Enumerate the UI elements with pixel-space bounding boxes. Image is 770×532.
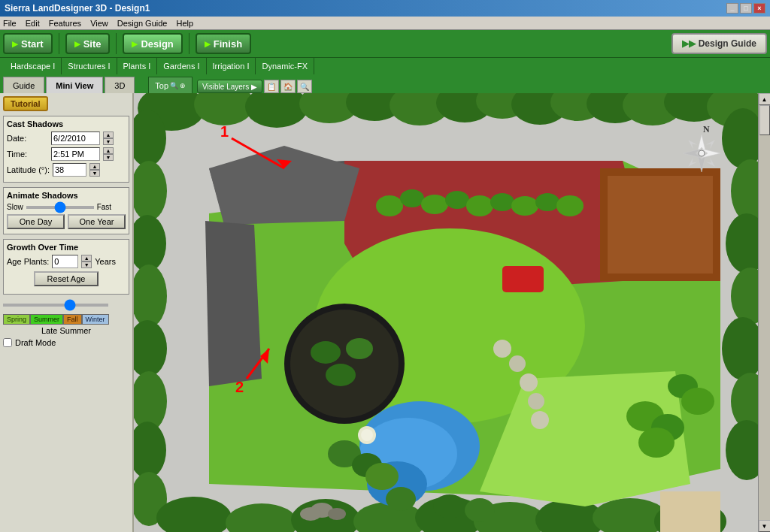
- time-spin-down[interactable]: ▼: [103, 154, 114, 161]
- visible-layers-button[interactable]: Visible Layers ▶: [197, 80, 262, 93]
- menu-features[interactable]: Features: [49, 19, 81, 28]
- scroll-down-button[interactable]: ▼: [759, 520, 771, 532]
- tab-3d[interactable]: 3D: [105, 77, 135, 93]
- menu-view[interactable]: View: [90, 19, 108, 28]
- site-play-icon: ▶: [74, 40, 80, 48]
- svg-text:2: 2: [235, 379, 244, 395]
- svg-point-50: [346, 338, 373, 359]
- date-label: Date:: [7, 134, 48, 143]
- latitude-label: Latitude (°):: [7, 165, 50, 174]
- age-spinner[interactable]: ▲ ▼: [81, 255, 92, 268]
- time-spinner[interactable]: ▲ ▼: [103, 147, 114, 161]
- toolbar-gardens[interactable]: Gardens I: [157, 58, 206, 74]
- age-spin-up[interactable]: ▲: [81, 255, 92, 261]
- season-fall[interactable]: Fall: [63, 314, 82, 325]
- svg-rect-61: [502, 266, 544, 292]
- maximize-button[interactable]: □: [740, 3, 752, 14]
- design-guide-button[interactable]: ▶▶ Design Guide: [671, 33, 767, 54]
- season-slider[interactable]: [3, 304, 108, 307]
- svg-point-58: [520, 373, 538, 391]
- shadow-speed-slider[interactable]: [26, 206, 94, 209]
- season-winter[interactable]: Winter: [82, 314, 109, 325]
- view-icon-2[interactable]: 🏠: [280, 80, 296, 93]
- svg-point-70: [556, 195, 584, 216]
- toolbar-irrigation[interactable]: Irrigation I: [207, 58, 256, 74]
- date-input[interactable]: [51, 131, 100, 145]
- minimize-button[interactable]: _: [726, 3, 738, 14]
- current-season-label: Late Summer: [3, 326, 129, 335]
- finish-button[interactable]: ▶ Finish: [196, 33, 251, 54]
- time-spin-up[interactable]: ▲: [103, 147, 114, 154]
- growth-title: Growth Over Time: [7, 243, 126, 252]
- shadow-speed-row: Slow Fast: [7, 203, 126, 211]
- date-spin-up[interactable]: ▲: [103, 131, 114, 138]
- tutorial-button[interactable]: Tutorial: [3, 96, 48, 111]
- svg-point-73: [365, 463, 399, 490]
- svg-point-65: [445, 191, 469, 209]
- years-label: Years: [95, 257, 116, 266]
- animate-buttons-row: One Day One Year: [7, 214, 126, 229]
- left-panel: Tutorial Cast Shadows Date: ▲ ▼ Time: ▲ …: [0, 93, 134, 532]
- menu-file[interactable]: File: [3, 19, 17, 28]
- slow-label: Slow: [7, 203, 23, 211]
- toolbar-hardscape[interactable]: Hardscape I: [5, 58, 62, 74]
- draft-mode-checkbox[interactable]: [3, 338, 12, 347]
- svg-rect-97: [660, 491, 720, 532]
- window-controls[interactable]: _ □ ×: [726, 3, 765, 14]
- close-button[interactable]: ×: [753, 3, 765, 14]
- season-spring[interactable]: Spring: [3, 314, 30, 325]
- latitude-spin-down[interactable]: ▼: [89, 170, 100, 177]
- start-play-icon: ▶: [12, 40, 18, 48]
- latitude-spinner[interactable]: ▲ ▼: [89, 163, 100, 177]
- garden-canvas[interactable]: N 1 2: [134, 93, 758, 532]
- svg-point-48: [290, 310, 399, 418]
- menu-bar: File Edit Features View Design Guide Hel…: [0, 17, 770, 30]
- reset-age-button[interactable]: Reset Age: [34, 271, 99, 286]
- site-button[interactable]: ▶ Site: [65, 33, 111, 54]
- latitude-input[interactable]: [53, 163, 86, 177]
- view-tabs-bar: Guide Mini View 3D Top 🔍 ⊕ Visible Layer…: [0, 74, 770, 93]
- svg-point-63: [400, 189, 424, 207]
- view-icon-1[interactable]: 📋: [264, 80, 279, 93]
- age-plants-input[interactable]: [52, 255, 78, 268]
- age-spin-down[interactable]: ▼: [81, 261, 92, 268]
- time-input[interactable]: [51, 147, 100, 161]
- vertical-scrollbar[interactable]: ▲ ▼: [758, 93, 770, 532]
- start-button[interactable]: ▶ Start: [3, 33, 53, 54]
- menu-edit[interactable]: Edit: [26, 19, 40, 28]
- cast-shadows-title: Cast Shadows: [7, 119, 126, 128]
- finish-label: Finish: [214, 38, 242, 50]
- scroll-up-button[interactable]: ▲: [759, 93, 771, 105]
- toolbar-structures[interactable]: Structures I: [62, 58, 117, 74]
- season-chips: Spring Summer Fall Winter: [3, 314, 129, 325]
- svg-point-62: [376, 195, 403, 216]
- toolbar-plants[interactable]: Plants I: [117, 58, 158, 74]
- menu-help[interactable]: Help: [176, 19, 193, 28]
- svg-point-78: [361, 429, 373, 441]
- one-day-button[interactable]: One Day: [7, 214, 65, 229]
- toolbar-dynamic-fx[interactable]: Dynamic-FX: [256, 58, 314, 74]
- menu-design-guide[interactable]: Design Guide: [117, 19, 168, 28]
- garden-map-svg: N 1 2: [134, 93, 758, 532]
- tab-mini-view[interactable]: Mini View: [46, 77, 103, 93]
- svg-point-80: [328, 508, 346, 520]
- season-summer[interactable]: Summer: [30, 314, 63, 325]
- date-spinner[interactable]: ▲ ▼: [103, 131, 114, 145]
- one-year-button[interactable]: One Year: [68, 214, 126, 229]
- scroll-track[interactable]: [759, 105, 771, 520]
- svg-marker-45: [205, 221, 262, 386]
- svg-point-69: [535, 193, 559, 211]
- top-view-search-icon: 🔍: [170, 82, 178, 89]
- svg-point-81: [300, 507, 321, 521]
- tab-top-view[interactable]: Top 🔍 ⊕: [148, 77, 192, 93]
- tab-guide[interactable]: Guide: [3, 77, 44, 93]
- date-spin-down[interactable]: ▼: [103, 138, 114, 145]
- scroll-thumb[interactable]: [759, 105, 770, 135]
- draft-mode-row: Draft Mode: [3, 338, 129, 347]
- view-icon-3[interactable]: 🔍: [297, 80, 312, 93]
- latitude-spin-up[interactable]: ▲: [89, 163, 100, 170]
- design-button[interactable]: ▶ Design: [123, 33, 182, 54]
- svg-point-57: [509, 355, 526, 372]
- season-slider-row: [3, 299, 129, 308]
- svg-text:1: 1: [220, 123, 229, 140]
